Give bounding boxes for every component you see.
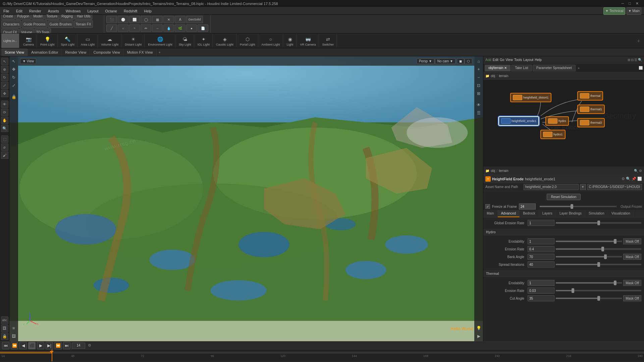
vp-shading[interactable]: ◼ <box>457 58 464 64</box>
tab-hair-utils[interactable]: Hair Utils <box>75 15 92 20</box>
tool-snap[interactable]: abc <box>1 316 8 324</box>
ng-add-tab[interactable]: + <box>578 66 580 70</box>
tool-file[interactable]: 📄 <box>198 24 208 32</box>
tab-guide-process[interactable]: Guide Process <box>22 20 47 28</box>
shelf-ambient-light[interactable]: ○ Ambient Light <box>259 34 283 48</box>
tab-create[interactable]: Create <box>1 15 15 20</box>
shelf-switcher[interactable]: ⇄ Switcher <box>320 34 337 48</box>
rp-layout-list[interactable]: ☰ <box>634 58 637 62</box>
vpr-visibility[interactable]: 👁 <box>475 101 482 109</box>
menu-file[interactable]: File <box>0 7 13 14</box>
tool-font[interactable]: A <box>175 16 185 23</box>
nav-edit[interactable]: Edit <box>493 58 498 62</box>
tab-guide-brushes[interactable]: Guide Brushes <box>48 20 73 28</box>
tool-torus[interactable]: ◯ <box>141 16 151 23</box>
shelf-env-light[interactable]: 🌐 Environment Light <box>145 34 175 48</box>
thermal-cut-angle-mask[interactable]: Mask Off <box>623 295 641 301</box>
tool-line[interactable]: ╱ <box>106 24 117 32</box>
tool-transform[interactable]: ⊕ <box>1 66 8 73</box>
shelf-igl-light[interactable]: ✦ IGL Light <box>195 34 213 48</box>
shelf-area-light[interactable]: ▭ Area Light <box>78 34 98 48</box>
asset-name-input[interactable]: heightfield_erode:2.0 <box>524 184 579 190</box>
global-erosion-slider[interactable] <box>556 222 641 224</box>
tab-obj-terrain[interactable]: obj/terrain ✕ <box>485 65 511 71</box>
node-thermal2[interactable]: thermal2 <box>577 118 605 127</box>
menu-redshift[interactable]: Redshift <box>120 7 141 14</box>
thermal-erodability-mask[interactable]: Mask Off <box>623 280 641 286</box>
ng-path-terrain[interactable]: terrain <box>499 74 508 78</box>
tool-rotate[interactable]: ↻ <box>1 74 8 81</box>
tool-tumble[interactable]: ⟳ <box>1 109 8 116</box>
thermal-cut-angle-slider[interactable] <box>556 298 622 299</box>
preset-technical[interactable]: ▼ Technical <box>603 7 625 15</box>
tab-td-tools[interactable]: TD Tools <box>35 28 51 34</box>
vp-rotate-tool[interactable]: ↻ <box>10 74 17 81</box>
hydro-erodability-slider[interactable] <box>556 241 622 242</box>
tool-lasso[interactable]: ⌀ <box>1 143 8 151</box>
ng-expand[interactable]: ⬜ <box>639 66 643 70</box>
tab-model[interactable]: Model <box>32 15 44 20</box>
node-graph[interactable]: heightfield_distort1 heightfield_erode1 … <box>483 80 644 167</box>
hydro-erosion-rate-slider[interactable] <box>556 248 641 250</box>
node-erode1[interactable]: heightfield_erode1 <box>498 116 539 126</box>
vp-wire[interactable]: ⬡ <box>465 58 472 64</box>
vp-lock[interactable]: 🔒 <box>10 93 17 101</box>
vp-cam-btn[interactable]: No cam ▼ <box>435 58 455 64</box>
btn-stop[interactable]: ⬛ <box>28 342 36 349</box>
hydro-bank-angle-mask[interactable]: Mask Off <box>623 254 641 260</box>
viewport[interactable]: ▼ View Persp ▼ No cam ▼ ◼ ⬡ ↖ ✥ ↻ ⤢ 🔒 ⊞ <box>9 56 483 341</box>
thermal-erodability-input[interactable] <box>528 280 554 286</box>
vpr-zoom-in[interactable]: + <box>475 66 482 73</box>
tab-cloud-fx[interactable]: Cloud FX <box>1 28 19 34</box>
tab-texture[interactable]: Texture <box>45 15 59 20</box>
hydro-bank-angle-input[interactable] <box>528 254 554 260</box>
vpr-home[interactable]: ⌂ <box>475 58 482 65</box>
hydro-bank-angle-slider[interactable] <box>556 256 622 257</box>
menu-assets[interactable]: Assets <box>45 7 62 14</box>
hydro-erodability-input[interactable] <box>528 238 554 244</box>
node-thermal[interactable]: thermal <box>577 91 603 101</box>
op-search[interactable]: 🔍 <box>626 177 631 181</box>
ptab-bedrock[interactable]: Bedrock <box>520 210 539 217</box>
vpr-zoom-out[interactable]: − <box>475 74 482 81</box>
tab-param-spreadsheet[interactable]: Parameter Spreadsheet <box>533 65 576 71</box>
ng-path-obj[interactable]: obj <box>491 74 495 78</box>
tool-scale[interactable]: ⤢ <box>1 82 8 89</box>
shelf-camera[interactable]: 📷 Camera <box>20 34 37 48</box>
menu-octane[interactable]: Octane <box>102 7 120 14</box>
thermal-erosion-rate-input[interactable] <box>528 288 554 294</box>
tab-polygon[interactable]: Polygon <box>15 15 31 20</box>
tool-sphere[interactable]: ⚪ <box>118 16 128 23</box>
vpr-views[interactable]: ⊞ <box>475 90 482 97</box>
vpr-frame[interactable]: ⊡ <box>475 82 482 89</box>
tab-render-view[interactable]: Render View <box>62 49 90 56</box>
op-expand[interactable]: ⬜ <box>637 177 642 181</box>
ptab-layer-bindings[interactable]: Layer Bindings <box>556 210 585 217</box>
tool-photo[interactable]: 🖼 <box>1 324 8 332</box>
props-icon2[interactable]: ⚙ <box>639 169 642 173</box>
ptab-layers[interactable]: Layers <box>539 210 556 217</box>
tool-box-sel[interactable]: ⬚ <box>1 135 8 143</box>
current-frame-input[interactable]: 14 <box>72 343 85 349</box>
rp-layout-grid2[interactable]: ⊟ <box>631 58 634 62</box>
nav-help[interactable]: Help <box>535 58 542 62</box>
vp-scale-tool[interactable]: ⤢ <box>10 82 17 89</box>
menu-edit[interactable]: Edit <box>13 7 26 14</box>
tool-path[interactable]: → <box>152 24 163 32</box>
ng-canvas[interactable]: heightfield_distort1 heightfield_erode1 … <box>483 88 644 167</box>
tab-volume[interactable]: Volume <box>19 28 34 34</box>
op-pin[interactable]: 📌 <box>632 177 636 181</box>
rp-layout-grid1[interactable]: ⊞ <box>628 58 630 62</box>
freeze-input[interactable]: 24 <box>519 203 536 209</box>
tool-select[interactable]: ↖ <box>1 58 8 65</box>
nav-view[interactable]: View <box>505 58 513 62</box>
tool-geo-solids[interactable]: GeoSolid <box>186 16 203 23</box>
hydro-spread-slider[interactable] <box>556 264 641 265</box>
shelf-caustic-light[interactable]: ◈ Caustic Light <box>213 34 236 48</box>
asset-path-input[interactable]: C:/PROGRA~1/SIDEEF~1/HOUDIN~1.258/houdin… <box>587 184 642 190</box>
tab-rigging[interactable]: Rigging <box>60 15 74 20</box>
tool-box[interactable]: ⬛ <box>106 16 117 23</box>
tool-zoom[interactable]: 🔍 <box>1 125 8 132</box>
btn-next-key[interactable]: ⏩ <box>54 342 62 349</box>
timeline-track[interactable]: 14 48 72 96 120 144 168 192 216 240 <box>0 350 644 361</box>
